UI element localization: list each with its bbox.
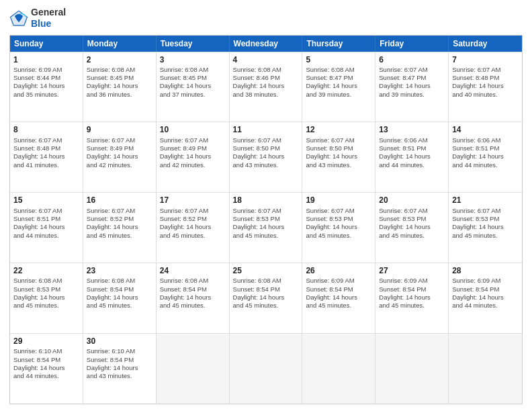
day-number: 7	[452, 54, 519, 65]
cell-info: Sunrise: 6:09 AM Sunset: 8:54 PM Dayligh…	[452, 277, 519, 310]
calendar-cell: 12Sunrise: 6:07 AM Sunset: 8:50 PM Dayli…	[302, 122, 375, 192]
cell-info: Sunrise: 6:07 AM Sunset: 8:53 PM Dayligh…	[452, 207, 519, 240]
cell-info: Sunrise: 6:10 AM Sunset: 8:54 PM Dayligh…	[13, 347, 79, 380]
logo: General Blue	[9, 7, 66, 30]
cell-info: Sunrise: 6:07 AM Sunset: 8:48 PM Dayligh…	[13, 136, 79, 169]
calendar-header-day: Tuesday	[157, 36, 230, 52]
cell-info: Sunrise: 6:07 AM Sunset: 8:53 PM Dayligh…	[306, 207, 371, 240]
cell-info: Sunrise: 6:07 AM Sunset: 8:50 PM Dayligh…	[306, 136, 371, 169]
cell-info: Sunrise: 6:10 AM Sunset: 8:54 PM Dayligh…	[87, 347, 152, 380]
day-number: 29	[13, 336, 79, 347]
cell-info: Sunrise: 6:08 AM Sunset: 8:45 PM Dayligh…	[160, 66, 226, 99]
calendar-cell: 20Sunrise: 6:07 AM Sunset: 8:53 PM Dayli…	[375, 193, 449, 263]
day-number: 3	[160, 54, 226, 65]
calendar-header-day: Monday	[83, 36, 157, 52]
calendar-header-day: Sunday	[10, 36, 83, 52]
header: General Blue	[9, 7, 523, 30]
day-number: 10	[160, 124, 226, 135]
calendar-cell: 14Sunrise: 6:06 AM Sunset: 8:51 PM Dayli…	[449, 122, 522, 192]
cell-info: Sunrise: 6:08 AM Sunset: 8:54 PM Dayligh…	[233, 277, 299, 310]
cell-info: Sunrise: 6:07 AM Sunset: 8:49 PM Dayligh…	[87, 136, 152, 169]
calendar-cell: 22Sunrise: 6:08 AM Sunset: 8:53 PM Dayli…	[10, 263, 83, 333]
day-number: 11	[233, 124, 299, 135]
calendar-row: 8Sunrise: 6:07 AM Sunset: 8:48 PM Daylig…	[10, 122, 522, 192]
calendar-cell: 9Sunrise: 6:07 AM Sunset: 8:49 PM Daylig…	[83, 122, 157, 192]
calendar-row: 29Sunrise: 6:10 AM Sunset: 8:54 PM Dayli…	[10, 333, 522, 404]
calendar-header-day: Saturday	[449, 36, 522, 52]
calendar-cell: 24Sunrise: 6:08 AM Sunset: 8:54 PM Dayli…	[157, 263, 230, 333]
calendar-cell	[157, 334, 230, 404]
cell-info: Sunrise: 6:08 AM Sunset: 8:54 PM Dayligh…	[87, 277, 152, 310]
day-number: 12	[306, 124, 371, 135]
cell-info: Sunrise: 6:07 AM Sunset: 8:51 PM Dayligh…	[13, 207, 79, 240]
day-number: 22	[13, 265, 79, 276]
cell-info: Sunrise: 6:06 AM Sunset: 8:51 PM Dayligh…	[379, 136, 445, 169]
calendar-row: 1Sunrise: 6:09 AM Sunset: 8:44 PM Daylig…	[10, 52, 522, 122]
cell-info: Sunrise: 6:07 AM Sunset: 8:53 PM Dayligh…	[233, 207, 299, 240]
cell-info: Sunrise: 6:08 AM Sunset: 8:53 PM Dayligh…	[13, 277, 79, 310]
day-number: 17	[160, 195, 226, 205]
cell-info: Sunrise: 6:07 AM Sunset: 8:49 PM Dayligh…	[160, 136, 226, 169]
calendar-cell: 19Sunrise: 6:07 AM Sunset: 8:53 PM Dayli…	[302, 193, 375, 263]
page: General Blue SundayMondayTuesdayWednesda…	[0, 0, 532, 411]
day-number: 28	[452, 265, 519, 276]
calendar-cell: 29Sunrise: 6:10 AM Sunset: 8:54 PM Dayli…	[10, 334, 83, 404]
calendar: SundayMondayTuesdayWednesdayThursdayFrid…	[9, 35, 523, 404]
day-number: 23	[87, 265, 152, 276]
calendar-row: 22Sunrise: 6:08 AM Sunset: 8:53 PM Dayli…	[10, 263, 522, 333]
calendar-cell: 5Sunrise: 6:08 AM Sunset: 8:47 PM Daylig…	[302, 52, 375, 122]
calendar-row: 15Sunrise: 6:07 AM Sunset: 8:51 PM Dayli…	[10, 192, 522, 263]
day-number: 16	[87, 195, 152, 205]
day-number: 15	[13, 195, 79, 205]
calendar-cell: 3Sunrise: 6:08 AM Sunset: 8:45 PM Daylig…	[157, 52, 230, 122]
calendar-header-day: Thursday	[302, 36, 375, 52]
calendar-cell: 4Sunrise: 6:08 AM Sunset: 8:46 PM Daylig…	[230, 52, 303, 122]
calendar-body: 1Sunrise: 6:09 AM Sunset: 8:44 PM Daylig…	[10, 52, 522, 404]
calendar-cell: 28Sunrise: 6:09 AM Sunset: 8:54 PM Dayli…	[449, 263, 522, 333]
calendar-cell	[375, 334, 449, 404]
calendar-cell: 13Sunrise: 6:06 AM Sunset: 8:51 PM Dayli…	[375, 122, 449, 192]
cell-info: Sunrise: 6:08 AM Sunset: 8:45 PM Dayligh…	[87, 66, 152, 99]
calendar-cell: 16Sunrise: 6:07 AM Sunset: 8:52 PM Dayli…	[83, 193, 157, 263]
calendar-cell: 17Sunrise: 6:07 AM Sunset: 8:52 PM Dayli…	[157, 193, 230, 263]
day-number: 21	[452, 195, 519, 205]
cell-info: Sunrise: 6:09 AM Sunset: 8:44 PM Dayligh…	[13, 66, 79, 99]
calendar-cell: 15Sunrise: 6:07 AM Sunset: 8:51 PM Dayli…	[10, 193, 83, 263]
calendar-cell	[449, 334, 522, 404]
cell-info: Sunrise: 6:07 AM Sunset: 8:52 PM Dayligh…	[160, 207, 226, 240]
day-number: 2	[87, 54, 152, 65]
day-number: 30	[87, 336, 152, 347]
logo-icon	[9, 9, 28, 28]
calendar-cell: 6Sunrise: 6:07 AM Sunset: 8:47 PM Daylig…	[375, 52, 449, 122]
day-number: 6	[379, 54, 445, 65]
day-number: 14	[452, 124, 519, 135]
cell-info: Sunrise: 6:07 AM Sunset: 8:53 PM Dayligh…	[379, 207, 445, 240]
calendar-cell: 30Sunrise: 6:10 AM Sunset: 8:54 PM Dayli…	[83, 334, 157, 404]
calendar-header-day: Friday	[375, 36, 449, 52]
cell-info: Sunrise: 6:07 AM Sunset: 8:47 PM Dayligh…	[379, 66, 445, 99]
cell-info: Sunrise: 6:08 AM Sunset: 8:47 PM Dayligh…	[306, 66, 371, 99]
day-number: 5	[306, 54, 371, 65]
day-number: 8	[13, 124, 79, 135]
cell-info: Sunrise: 6:07 AM Sunset: 8:50 PM Dayligh…	[233, 136, 299, 169]
calendar-cell: 10Sunrise: 6:07 AM Sunset: 8:49 PM Dayli…	[157, 122, 230, 192]
calendar-cell: 25Sunrise: 6:08 AM Sunset: 8:54 PM Dayli…	[230, 263, 303, 333]
day-number: 25	[233, 265, 299, 276]
cell-info: Sunrise: 6:09 AM Sunset: 8:54 PM Dayligh…	[379, 277, 445, 310]
calendar-cell	[230, 334, 303, 404]
calendar-cell: 26Sunrise: 6:09 AM Sunset: 8:54 PM Dayli…	[302, 263, 375, 333]
calendar-cell: 21Sunrise: 6:07 AM Sunset: 8:53 PM Dayli…	[449, 193, 522, 263]
calendar-cell	[302, 334, 375, 404]
day-number: 9	[87, 124, 152, 135]
calendar-cell: 1Sunrise: 6:09 AM Sunset: 8:44 PM Daylig…	[10, 52, 83, 122]
day-number: 4	[233, 54, 299, 65]
day-number: 27	[379, 265, 445, 276]
day-number: 18	[233, 195, 299, 205]
calendar-cell: 8Sunrise: 6:07 AM Sunset: 8:48 PM Daylig…	[10, 122, 83, 192]
calendar-cell: 18Sunrise: 6:07 AM Sunset: 8:53 PM Dayli…	[230, 193, 303, 263]
day-number: 26	[306, 265, 371, 276]
calendar-cell: 7Sunrise: 6:07 AM Sunset: 8:48 PM Daylig…	[449, 52, 522, 122]
cell-info: Sunrise: 6:06 AM Sunset: 8:51 PM Dayligh…	[452, 136, 519, 169]
day-number: 19	[306, 195, 371, 205]
day-number: 20	[379, 195, 445, 205]
